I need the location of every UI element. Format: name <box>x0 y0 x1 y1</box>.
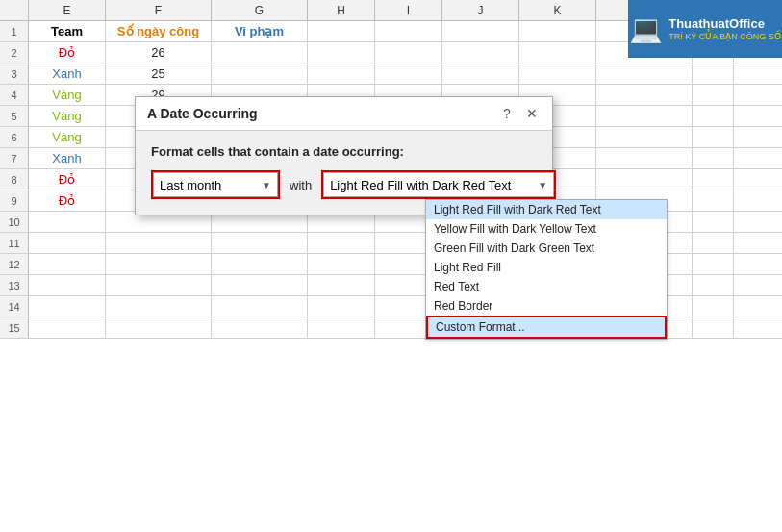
cell-m12[interactable] <box>693 254 734 274</box>
format-dropdown-wrapper: Light Red Fill with Dark Red Text ▼ <box>321 170 556 199</box>
cell-i3[interactable] <box>375 63 442 84</box>
cell-m7[interactable] <box>693 148 734 168</box>
cell-e15[interactable] <box>29 317 106 338</box>
cell-k3[interactable] <box>519 63 596 84</box>
logo-text-container: ThuathuatOffice TRÍ KỲ CỦA BẠN CÔNG SỐ <box>668 16 781 42</box>
cell-m15[interactable] <box>693 317 734 338</box>
cell-m10[interactable] <box>693 212 734 232</box>
cell-g15[interactable] <box>212 317 308 338</box>
cell-e4[interactable]: Vàng <box>29 85 106 105</box>
date-dropdown[interactable]: Last month ▼ <box>153 172 278 197</box>
cell-l8[interactable] <box>596 169 693 190</box>
cell-m3[interactable] <box>693 63 734 84</box>
cell-l7[interactable] <box>596 148 693 168</box>
cell-m6[interactable] <box>693 127 734 147</box>
logo-name: ThuathuatOffice <box>668 16 781 33</box>
format-dropdown[interactable]: Light Red Fill with Dark Red Text ▼ <box>323 172 554 197</box>
cell-m8[interactable] <box>693 169 734 190</box>
cell-h14[interactable] <box>308 296 375 317</box>
cell-g11[interactable] <box>212 233 308 253</box>
cell-f3[interactable]: 25 <box>106 63 212 84</box>
row-num-2: 2 <box>0 42 29 63</box>
dialog-titlebar: A Date Occurring ? ✕ <box>136 97 552 131</box>
dropdown-item-yellow[interactable]: Yellow Fill with Dark Yellow Text <box>426 219 667 239</box>
cell-g1[interactable]: Vi phạm <box>212 21 308 41</box>
dropdown-item-redtext[interactable]: Red Text <box>426 277 667 296</box>
cell-g13[interactable] <box>212 275 308 295</box>
cell-e11[interactable] <box>29 233 106 253</box>
cell-f14[interactable] <box>106 296 212 317</box>
dialog-body: Format cells that contain a date occurri… <box>136 131 552 215</box>
cell-j1[interactable] <box>442 21 519 41</box>
cell-g2[interactable] <box>212 42 308 63</box>
cell-e12[interactable] <box>29 254 106 274</box>
cell-e5[interactable]: Vàng <box>29 106 106 126</box>
cell-l6[interactable] <box>596 127 693 147</box>
row-num-13: 13 <box>0 275 29 295</box>
cell-g3[interactable] <box>212 63 308 84</box>
cell-e6[interactable]: Vàng <box>29 127 106 147</box>
dropdown-item-green[interactable]: Green Fill with Dark Green Text <box>426 239 667 258</box>
cell-h3[interactable] <box>308 63 375 84</box>
dialog-row: Last month ▼ with Light Red Fill with Da… <box>151 170 537 199</box>
cell-e8[interactable]: Đỏ <box>29 169 106 190</box>
cell-h1[interactable] <box>308 21 375 41</box>
cell-f15[interactable] <box>106 317 212 338</box>
cell-m9[interactable] <box>693 190 734 211</box>
date-dropdown-value: Last month <box>160 178 221 192</box>
cell-h2[interactable] <box>308 42 375 63</box>
dropdown-item-lightredfill[interactable]: Light Red Fill <box>426 258 667 277</box>
cell-f2[interactable]: 26 <box>106 42 212 63</box>
cell-j3[interactable] <box>442 63 519 84</box>
cell-f12[interactable] <box>106 254 212 274</box>
cell-h13[interactable] <box>308 275 375 295</box>
dialog-help-button[interactable]: ? <box>498 105 516 122</box>
cell-i1[interactable] <box>375 21 442 41</box>
cell-m14[interactable] <box>693 296 734 317</box>
cell-k2[interactable] <box>519 42 596 63</box>
row-num-3: 3 <box>0 63 29 84</box>
cell-f13[interactable] <box>106 275 212 295</box>
cell-e3[interactable]: Xanh <box>29 63 106 84</box>
cell-h11[interactable] <box>308 233 375 253</box>
cell-l3[interactable] <box>596 63 693 84</box>
col-header-k: K <box>519 0 596 20</box>
cell-g14[interactable] <box>212 296 308 317</box>
row-num-1: 1 <box>0 21 29 41</box>
cell-h12[interactable] <box>308 254 375 274</box>
logo-area: 💻 ThuathuatOffice TRÍ KỲ CỦA BẠN CÔNG SỐ <box>628 0 782 58</box>
cell-j2[interactable] <box>442 42 519 63</box>
cell-l5[interactable] <box>596 106 693 126</box>
cell-m5[interactable] <box>693 106 734 126</box>
cell-h15[interactable] <box>308 317 375 338</box>
cell-m4[interactable] <box>693 85 734 105</box>
dropdown-item-customformat[interactable]: Custom Format... <box>426 316 667 339</box>
row-num-4: 4 <box>0 85 29 105</box>
format-dropdown-list: Light Red Fill with Dark Red Text Yellow… <box>425 199 668 340</box>
dropdown-item-lightred[interactable]: Light Red Fill with Dark Red Text <box>426 200 667 219</box>
cell-e9[interactable]: Đỏ <box>29 190 106 211</box>
dropdown-item-redborder[interactable]: Red Border <box>426 296 667 316</box>
cell-e1[interactable]: Team <box>29 21 106 41</box>
row-num-9: 9 <box>0 190 29 211</box>
cell-g12[interactable] <box>212 254 308 274</box>
cell-f1[interactable]: Số ngày công <box>106 21 212 41</box>
row-num-10: 10 <box>0 212 29 232</box>
cell-f11[interactable] <box>106 233 212 253</box>
format-dropdown-value: Light Red Fill with Dark Red Text <box>330 178 511 192</box>
cell-i2[interactable] <box>375 42 442 63</box>
dialog-overlay: A Date Occurring ? ✕ Format cells that c… <box>135 96 553 215</box>
logo-subtitle: TRÍ KỲ CỦA BẠN CÔNG SỐ <box>668 32 781 41</box>
cell-e2[interactable]: Đỏ <box>29 42 106 63</box>
table-row: 3 Xanh 25 <box>0 63 782 85</box>
row-num-8: 8 <box>0 169 29 190</box>
cell-e13[interactable] <box>29 275 106 295</box>
cell-k1[interactable] <box>519 21 596 41</box>
cell-m11[interactable] <box>693 233 734 253</box>
cell-l4[interactable] <box>596 85 693 105</box>
cell-e10[interactable] <box>29 212 106 232</box>
dialog-close-button[interactable]: ✕ <box>523 105 541 122</box>
cell-e7[interactable]: Xanh <box>29 148 106 168</box>
cell-m13[interactable] <box>693 275 734 295</box>
cell-e14[interactable] <box>29 296 106 317</box>
